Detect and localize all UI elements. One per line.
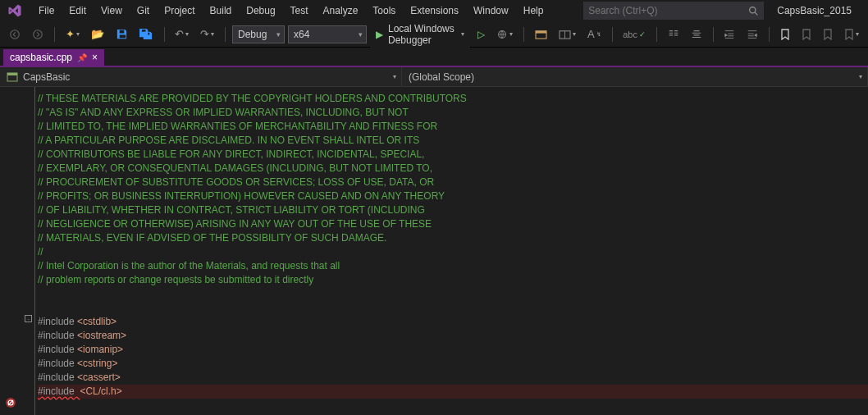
menu-view[interactable]: View [94,2,130,19]
save-all-button[interactable] [135,25,158,43]
platform-combo[interactable]: x64 [288,25,367,43]
toolbox2-button[interactable]: ▾ [555,26,580,42]
svg-point-0 [750,7,756,12]
gutter [0,87,23,415]
project-icon [7,71,18,83]
search-icon [748,6,759,16]
svg-point-3 [34,30,43,39]
tab-bar: capsbasic.cpp 📌 × [0,48,868,67]
scope-combo-label: (Global Scope) [409,71,474,83]
prev-bookmark-button[interactable] [797,26,815,43]
svg-rect-6 [536,31,546,34]
new-item-button[interactable]: ✦▾ [62,25,84,43]
menu-analyze[interactable]: Analyze [316,2,366,19]
separator [769,27,770,42]
separator [656,27,657,42]
vs-logo-icon [5,1,25,21]
nav-fwd-button[interactable] [28,26,48,43]
outdent-button[interactable] [742,26,762,43]
open-file-button[interactable]: 📂 [87,25,108,43]
comment-button[interactable] [664,26,683,43]
separator [225,27,226,42]
separator [713,27,714,42]
menu-test[interactable]: Test [283,2,316,19]
toolbox-button[interactable] [531,26,551,42]
menu-window[interactable]: Window [466,2,516,19]
nav-bar: CapsBasic (Global Scope) [0,67,868,87]
separator [612,27,613,42]
menu-git[interactable]: Git [130,2,157,19]
menubar: FileEditViewGitProjectBuildDebugTestAnal… [0,0,868,21]
bookmark-button[interactable] [776,26,794,43]
file-tab[interactable]: capsbasic.cpp 📌 × [3,49,104,66]
menu-help[interactable]: Help [516,2,551,19]
search-box[interactable] [583,2,764,20]
project-combo-label: CapsBasic [23,71,70,83]
menu-file[interactable]: File [31,2,62,19]
pin-icon[interactable]: 📌 [77,53,87,62]
close-icon[interactable]: × [92,52,98,63]
svg-rect-10 [7,73,17,75]
tab-label: capsbasic.cpp [10,52,72,63]
uncomment-button[interactable] [687,26,706,43]
toolbar: ✦▾ 📂 ↶▾ ↷▾ Debug x64 ▶ Local Windows Deb… [0,21,868,48]
project-combo[interactable]: CapsBasic [0,67,402,86]
fold-toggle[interactable]: - [25,315,32,322]
search-input[interactable] [588,5,748,16]
next-bookmark-button[interactable] [819,26,837,43]
browser-link-button[interactable]: ▾ [492,26,517,43]
menu-tools[interactable]: Tools [365,2,403,19]
config-combo[interactable]: Debug [232,25,285,43]
play-icon: ▶ [376,29,383,40]
start-without-debug-button[interactable]: ▷ [473,26,489,43]
svg-line-1 [755,12,757,15]
menu-build[interactable]: Build [203,2,240,19]
solution-name: CapsBasic_2015 [765,5,863,16]
fold-column: - [23,87,34,415]
undo-button[interactable]: ↶▾ [171,25,193,43]
menu-edit[interactable]: Edit [62,2,94,19]
save-button[interactable] [112,25,132,43]
svg-point-2 [11,30,20,39]
menu-debug[interactable]: Debug [239,2,282,19]
nav-back-button[interactable] [5,26,25,43]
error-icon[interactable] [5,397,16,408]
menu-extensions[interactable]: Extensions [403,2,466,19]
menu-project[interactable]: Project [157,2,202,19]
find-button[interactable]: A↯ [583,25,605,43]
code-area[interactable]: // THESE MATERIALS ARE PROVIDED BY THE C… [34,87,868,415]
separator [164,27,165,42]
separator [54,27,55,42]
debugger-label: Local Windows Debugger [388,23,456,46]
start-debug-button[interactable]: ▶ Local Windows Debugger ▾ [370,21,470,48]
spelling-button[interactable]: abc✓ [619,27,650,42]
outline-bar [34,87,35,415]
code-editor[interactable]: - // THESE MATERIALS ARE PROVIDED BY THE… [0,87,868,415]
scope-combo[interactable]: (Global Scope) [402,67,868,86]
clear-bookmark-button[interactable]: ▾ [840,26,863,43]
redo-button[interactable]: ↷▾ [196,25,218,43]
separator [523,27,524,42]
indent-button[interactable] [720,26,739,43]
